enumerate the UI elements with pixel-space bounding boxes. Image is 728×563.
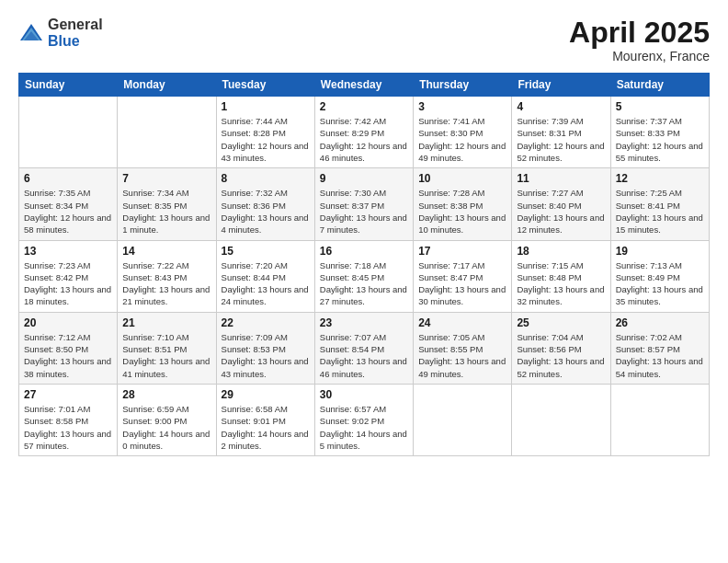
day-number: 25 <box>517 316 605 329</box>
calendar-cell: 7Sunrise: 7:34 AM Sunset: 8:35 PM Daylig… <box>118 168 216 240</box>
day-info: Sunrise: 7:34 AM Sunset: 8:35 PM Dayligh… <box>122 187 210 236</box>
day-info: Sunrise: 7:18 AM Sunset: 8:45 PM Dayligh… <box>320 259 408 308</box>
logo-text: General Blue <box>48 17 103 49</box>
day-info: Sunrise: 7:37 AM Sunset: 8:33 PM Dayligh… <box>616 115 704 164</box>
day-number: 2 <box>320 100 408 113</box>
day-info: Sunrise: 7:20 AM Sunset: 8:44 PM Dayligh… <box>222 259 310 308</box>
header-thursday: Thursday <box>414 74 512 97</box>
day-number: 11 <box>517 172 605 185</box>
calendar-table: SundayMondayTuesdayWednesdayThursdayFrid… <box>18 73 710 456</box>
calendar-cell <box>118 97 216 168</box>
header-monday: Monday <box>118 74 216 97</box>
day-info: Sunrise: 7:13 AM Sunset: 8:49 PM Dayligh… <box>616 259 704 308</box>
logo-icon <box>18 20 44 46</box>
calendar-cell: 12Sunrise: 7:25 AM Sunset: 8:41 PM Dayli… <box>610 168 709 240</box>
calendar-cell: 14Sunrise: 7:22 AM Sunset: 8:43 PM Dayli… <box>118 240 216 312</box>
calendar-cell: 9Sunrise: 7:30 AM Sunset: 8:37 PM Daylig… <box>314 168 413 240</box>
calendar-cell: 23Sunrise: 7:07 AM Sunset: 8:54 PM Dayli… <box>314 312 413 384</box>
calendar-page: General Blue April 2025 Mourenx, France … <box>0 0 728 563</box>
day-info: Sunrise: 7:17 AM Sunset: 8:47 PM Dayligh… <box>418 259 506 308</box>
calendar-cell: 10Sunrise: 7:28 AM Sunset: 8:38 PM Dayli… <box>414 168 512 240</box>
calendar-cell: 29Sunrise: 6:58 AM Sunset: 9:01 PM Dayli… <box>216 384 314 455</box>
calendar-cell: 17Sunrise: 7:17 AM Sunset: 8:47 PM Dayli… <box>414 240 512 312</box>
calendar-cell: 5Sunrise: 7:37 AM Sunset: 8:33 PM Daylig… <box>610 97 709 168</box>
day-number: 24 <box>418 316 506 329</box>
logo-general-text: General <box>48 17 103 33</box>
header-wednesday: Wednesday <box>314 74 413 97</box>
day-info: Sunrise: 7:42 AM Sunset: 8:29 PM Dayligh… <box>320 115 408 164</box>
day-number: 19 <box>616 245 704 258</box>
day-number: 16 <box>320 245 408 258</box>
week-row-1: 1Sunrise: 7:44 AM Sunset: 8:28 PM Daylig… <box>19 97 710 168</box>
header-friday: Friday <box>512 74 610 97</box>
calendar-cell: 11Sunrise: 7:27 AM Sunset: 8:40 PM Dayli… <box>512 168 610 240</box>
day-number: 15 <box>222 245 310 258</box>
day-info: Sunrise: 7:39 AM Sunset: 8:31 PM Dayligh… <box>517 115 605 164</box>
day-info: Sunrise: 7:23 AM Sunset: 8:42 PM Dayligh… <box>24 259 112 308</box>
day-number: 17 <box>418 245 506 258</box>
day-info: Sunrise: 7:22 AM Sunset: 8:43 PM Dayligh… <box>122 259 210 308</box>
logo-blue-text: Blue <box>48 33 103 50</box>
day-info: Sunrise: 7:07 AM Sunset: 8:54 PM Dayligh… <box>320 331 408 380</box>
day-info: Sunrise: 7:28 AM Sunset: 8:38 PM Dayligh… <box>418 187 506 236</box>
day-number: 29 <box>222 388 310 401</box>
calendar-cell: 26Sunrise: 7:02 AM Sunset: 8:57 PM Dayli… <box>610 312 709 384</box>
calendar-cell: 6Sunrise: 7:35 AM Sunset: 8:34 PM Daylig… <box>19 168 118 240</box>
day-number: 10 <box>418 172 506 185</box>
calendar-cell: 25Sunrise: 7:04 AM Sunset: 8:56 PM Dayli… <box>512 312 610 384</box>
day-info: Sunrise: 7:35 AM Sunset: 8:34 PM Dayligh… <box>24 187 112 236</box>
calendar-cell <box>512 384 610 455</box>
header-sunday: Sunday <box>19 74 118 97</box>
week-row-4: 20Sunrise: 7:12 AM Sunset: 8:50 PM Dayli… <box>19 312 710 384</box>
calendar-cell: 3Sunrise: 7:41 AM Sunset: 8:30 PM Daylig… <box>414 97 512 168</box>
day-number: 20 <box>24 316 112 329</box>
day-number: 22 <box>222 316 310 329</box>
calendar-cell: 8Sunrise: 7:32 AM Sunset: 8:36 PM Daylig… <box>216 168 314 240</box>
day-info: Sunrise: 7:04 AM Sunset: 8:56 PM Dayligh… <box>517 331 605 380</box>
day-info: Sunrise: 7:09 AM Sunset: 8:53 PM Dayligh… <box>222 331 310 380</box>
day-info: Sunrise: 6:59 AM Sunset: 9:00 PM Dayligh… <box>122 403 210 452</box>
day-info: Sunrise: 7:02 AM Sunset: 8:57 PM Dayligh… <box>616 331 704 380</box>
calendar-cell: 13Sunrise: 7:23 AM Sunset: 8:42 PM Dayli… <box>19 240 118 312</box>
calendar-cell: 2Sunrise: 7:42 AM Sunset: 8:29 PM Daylig… <box>314 97 413 168</box>
day-info: Sunrise: 7:32 AM Sunset: 8:36 PM Dayligh… <box>222 187 310 236</box>
calendar-cell <box>610 384 709 455</box>
day-info: Sunrise: 7:05 AM Sunset: 8:55 PM Dayligh… <box>418 331 506 380</box>
day-number: 30 <box>320 388 408 401</box>
day-number: 23 <box>320 316 408 329</box>
calendar-cell: 19Sunrise: 7:13 AM Sunset: 8:49 PM Dayli… <box>610 240 709 312</box>
day-info: Sunrise: 7:15 AM Sunset: 8:48 PM Dayligh… <box>517 259 605 308</box>
day-number: 3 <box>418 100 506 113</box>
calendar-cell: 16Sunrise: 7:18 AM Sunset: 8:45 PM Dayli… <box>314 240 413 312</box>
day-info: Sunrise: 7:27 AM Sunset: 8:40 PM Dayligh… <box>517 187 605 236</box>
calendar-cell: 24Sunrise: 7:05 AM Sunset: 8:55 PM Dayli… <box>414 312 512 384</box>
calendar-cell: 18Sunrise: 7:15 AM Sunset: 8:48 PM Dayli… <box>512 240 610 312</box>
day-info: Sunrise: 7:25 AM Sunset: 8:41 PM Dayligh… <box>616 187 704 236</box>
calendar-cell: 20Sunrise: 7:12 AM Sunset: 8:50 PM Dayli… <box>19 312 118 384</box>
calendar-cell <box>414 384 512 455</box>
day-number: 6 <box>24 172 112 185</box>
page-header: General Blue April 2025 Mourenx, France <box>18 17 710 63</box>
day-number: 18 <box>517 245 605 258</box>
day-info: Sunrise: 7:30 AM Sunset: 8:37 PM Dayligh… <box>320 187 408 236</box>
day-info: Sunrise: 7:44 AM Sunset: 8:28 PM Dayligh… <box>222 115 310 164</box>
day-number: 28 <box>122 388 210 401</box>
day-number: 8 <box>222 172 310 185</box>
calendar-cell: 27Sunrise: 7:01 AM Sunset: 8:58 PM Dayli… <box>19 384 118 455</box>
title-month: April 2025 <box>569 17 710 49</box>
week-row-5: 27Sunrise: 7:01 AM Sunset: 8:58 PM Dayli… <box>19 384 710 455</box>
week-row-3: 13Sunrise: 7:23 AM Sunset: 8:42 PM Dayli… <box>19 240 710 312</box>
day-number: 5 <box>616 100 704 113</box>
title-block: April 2025 Mourenx, France <box>569 17 710 63</box>
day-info: Sunrise: 7:12 AM Sunset: 8:50 PM Dayligh… <box>24 331 112 380</box>
day-info: Sunrise: 7:01 AM Sunset: 8:58 PM Dayligh… <box>24 403 112 452</box>
calendar-cell: 15Sunrise: 7:20 AM Sunset: 8:44 PM Dayli… <box>216 240 314 312</box>
calendar-cell: 4Sunrise: 7:39 AM Sunset: 8:31 PM Daylig… <box>512 97 610 168</box>
day-number: 14 <box>122 245 210 258</box>
calendar-cell: 30Sunrise: 6:57 AM Sunset: 9:02 PM Dayli… <box>314 384 413 455</box>
day-number: 12 <box>616 172 704 185</box>
day-number: 21 <box>122 316 210 329</box>
day-info: Sunrise: 6:57 AM Sunset: 9:02 PM Dayligh… <box>320 403 408 452</box>
week-row-2: 6Sunrise: 7:35 AM Sunset: 8:34 PM Daylig… <box>19 168 710 240</box>
day-info: Sunrise: 7:41 AM Sunset: 8:30 PM Dayligh… <box>418 115 506 164</box>
